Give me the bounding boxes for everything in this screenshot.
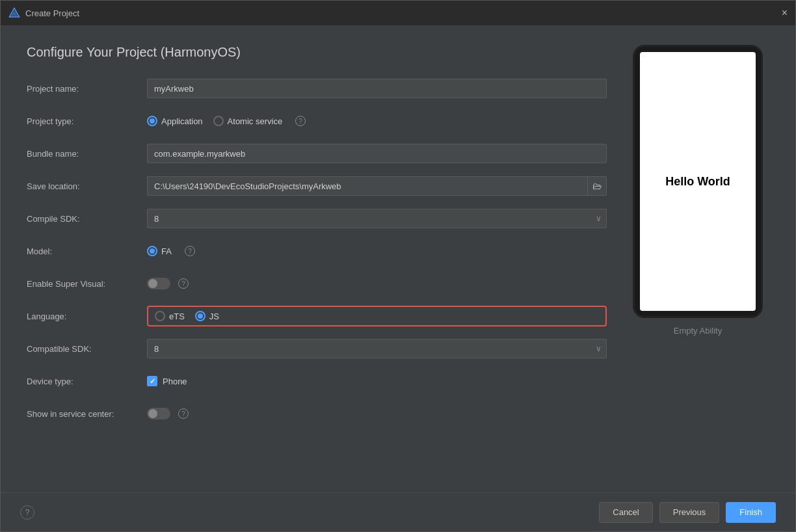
model-fa-item[interactable]: FA — [147, 246, 172, 256]
language-row: Language: eTS JS — [27, 306, 607, 326]
titlebar-left: Create Project — [8, 7, 79, 19]
project-type-application[interactable]: Application — [147, 116, 203, 126]
bundle-name-input[interactable] — [147, 144, 607, 163]
service-center-label: Show in service center: — [27, 409, 147, 419]
project-type-help-icon[interactable]: ? — [295, 116, 306, 126]
preview-label: Empty Ability — [674, 326, 722, 336]
application-label: Application — [161, 116, 203, 126]
project-type-label: Project type: — [27, 116, 147, 126]
service-center-help-icon[interactable]: ? — [178, 408, 189, 419]
compatible-sdk-label: Compatible SDK: — [27, 344, 147, 354]
service-center-toggle[interactable] — [147, 408, 170, 419]
preview-section: Hello World Empty Ability — [626, 45, 769, 479]
content-area: Configure Your Project (HarmonyOS) Proje… — [1, 25, 795, 492]
project-name-label: Project name: — [27, 84, 147, 94]
language-ets-radio[interactable] — [155, 311, 165, 321]
save-location-label: Save location: — [27, 181, 147, 191]
close-button[interactable]: × — [782, 8, 788, 18]
phone-checkbox-item[interactable]: ✓ Phone — [147, 376, 607, 386]
model-help-icon[interactable]: ? — [185, 246, 195, 256]
save-location-wrapper: 🗁 — [147, 176, 607, 196]
language-js-label: JS — [209, 312, 219, 321]
bottom-left: ? — [20, 505, 34, 520]
create-project-window: Create Project × Configure Your Project … — [0, 0, 796, 532]
project-type-row: Project type: Application Atomic service… — [27, 111, 607, 131]
service-center-control: ? — [147, 408, 607, 419]
super-visual-row: Enable Super Visual: ? — [27, 273, 607, 294]
compatible-sdk-control: 8 9 ∨ — [147, 339, 607, 358]
phone-screen: Hello World — [640, 52, 756, 311]
project-name-control — [147, 79, 607, 98]
bottom-help-icon[interactable]: ? — [20, 505, 34, 520]
model-radio-group: FA ? — [147, 246, 607, 256]
window-title: Create Project — [25, 8, 79, 18]
language-js-item[interactable]: JS — [195, 311, 219, 321]
browse-folder-button[interactable]: 🗁 — [587, 176, 607, 196]
application-radio[interactable] — [147, 116, 157, 126]
compatible-sdk-row: Compatible SDK: 8 9 ∨ — [27, 338, 607, 359]
model-control: FA ? — [147, 246, 607, 256]
phone-checkbox[interactable]: ✓ — [147, 376, 157, 386]
bundle-name-control — [147, 144, 607, 163]
compatible-sdk-select-wrapper: 8 9 ∨ — [147, 339, 607, 358]
cancel-button[interactable]: Cancel — [599, 502, 652, 523]
language-label: Language: — [27, 312, 147, 321]
project-name-row: Project name: — [27, 78, 607, 99]
bottom-bar: ? Cancel Previous Finish — [1, 492, 795, 531]
save-location-row: Save location: 🗁 — [27, 176, 607, 196]
compile-sdk-select[interactable]: 8 9 — [147, 209, 607, 228]
compile-sdk-control: 8 9 ∨ — [147, 209, 607, 228]
page-title: Configure Your Project (HarmonyOS) — [27, 45, 607, 60]
super-visual-control: ? — [147, 278, 607, 289]
phone-preview: Hello World — [633, 45, 763, 318]
device-type-control: ✓ Phone — [147, 376, 607, 386]
compile-sdk-row: Compile SDK: 8 9 ∨ — [27, 208, 607, 229]
compile-sdk-label: Compile SDK: — [27, 214, 147, 224]
model-row: Model: FA ? — [27, 241, 607, 261]
language-ets-item[interactable]: eTS — [155, 311, 185, 321]
form-section: Configure Your Project (HarmonyOS) Proje… — [27, 45, 607, 479]
language-highlight-box: eTS JS — [147, 306, 607, 326]
bottom-right: Cancel Previous Finish — [599, 502, 776, 523]
compile-sdk-select-wrapper: 8 9 ∨ — [147, 209, 607, 228]
bundle-name-row: Bundle name: — [27, 143, 607, 164]
app-logo-icon — [8, 7, 20, 19]
save-location-input[interactable] — [147, 176, 587, 196]
model-fa-label: FA — [161, 246, 172, 256]
language-ets-label: eTS — [169, 312, 185, 321]
model-label: Model: — [27, 246, 147, 256]
checkbox-check-icon: ✓ — [150, 378, 155, 385]
language-control: eTS JS — [147, 306, 607, 326]
project-name-input[interactable] — [147, 79, 607, 98]
super-visual-help-icon[interactable]: ? — [178, 278, 189, 289]
super-visual-toggle[interactable] — [147, 278, 170, 289]
language-js-radio[interactable] — [195, 311, 206, 321]
hello-world-text: Hello World — [665, 175, 730, 189]
project-type-radio-group: Application Atomic service ? — [147, 116, 607, 126]
atomic-radio[interactable] — [213, 116, 224, 126]
save-location-control: 🗁 — [147, 176, 607, 196]
project-type-atomic[interactable]: Atomic service — [213, 116, 283, 126]
service-center-row: Show in service center: ? — [27, 403, 607, 424]
super-visual-label: Enable Super Visual: — [27, 279, 147, 289]
finish-button[interactable]: Finish — [726, 502, 776, 523]
phone-label: Phone — [163, 377, 187, 386]
bundle-name-label: Bundle name: — [27, 149, 147, 159]
project-type-control: Application Atomic service ? — [147, 116, 607, 126]
atomic-label: Atomic service — [228, 116, 283, 126]
model-fa-radio[interactable] — [147, 246, 157, 256]
titlebar: Create Project × — [1, 1, 795, 25]
device-type-label: Device type: — [27, 377, 147, 386]
device-type-row: Device type: ✓ Phone — [27, 371, 607, 392]
previous-button[interactable]: Previous — [659, 502, 720, 523]
compatible-sdk-select[interactable]: 8 9 — [147, 339, 607, 358]
